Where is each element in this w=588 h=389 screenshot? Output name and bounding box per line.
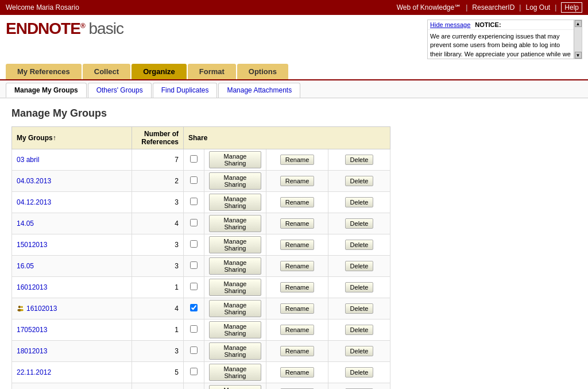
group-name-link[interactable]: 15012013 — [17, 241, 47, 249]
rename-button[interactable]: Rename — [280, 155, 315, 165]
scroll-up-button[interactable]: ▲ — [575, 20, 582, 27]
main-content: Manage My Groups My Groups↑ Number ofRef… — [0, 98, 588, 389]
nav-tab-options[interactable]: Options — [237, 64, 288, 79]
sub-tab-manage-attachments[interactable]: Manage Attachments — [218, 83, 300, 98]
group-share-checkbox-cell[interactable] — [184, 341, 204, 362]
group-share-checkbox-cell[interactable] — [184, 171, 204, 192]
group-share-checkbox-cell[interactable] — [184, 192, 204, 213]
group-share-checkbox[interactable] — [190, 304, 198, 311]
rename-button[interactable]: Rename — [280, 240, 315, 250]
logout-link[interactable]: Log Out — [525, 3, 550, 11]
group-name-link[interactable]: 16102013 — [26, 305, 57, 313]
group-share-checkbox-cell[interactable] — [184, 277, 204, 298]
delete-button[interactable]: Delete — [345, 261, 374, 271]
group-name-link[interactable]: 03 abril — [17, 156, 39, 164]
group-share-checkbox[interactable] — [190, 240, 198, 248]
group-share-checkbox[interactable] — [190, 198, 198, 205]
group-share-checkbox-cell[interactable] — [184, 362, 204, 383]
manage-sharing-button[interactable]: Manage Sharing — [209, 321, 261, 338]
sub-tab-others-groups[interactable]: Others' Groups — [88, 83, 152, 98]
manage-sharing-button[interactable]: Manage Sharing — [209, 257, 261, 275]
group-count-cell: 2 — [132, 383, 184, 390]
group-share-checkbox-cell[interactable] — [184, 256, 204, 277]
nav-tab-organize[interactable]: Organize — [131, 64, 187, 79]
delete-button[interactable]: Delete — [345, 367, 374, 378]
scroll-down-button[interactable]: ▼ — [575, 52, 582, 59]
group-share-checkbox-cell[interactable] — [184, 213, 204, 234]
wok-link[interactable]: Web of Knowledge℠ — [397, 3, 462, 11]
group-share-checkbox[interactable] — [190, 261, 198, 269]
delete-button[interactable]: Delete — [345, 240, 374, 250]
group-name-link[interactable]: 22.11.2012 — [17, 368, 51, 376]
rename-button[interactable]: Rename — [280, 346, 315, 356]
group-name-cell: 15012013 — [12, 234, 132, 256]
manage-sharing-button[interactable]: Manage Sharing — [209, 385, 261, 389]
manage-sharing-cell: Manage Sharing — [204, 234, 266, 256]
nav-tab-collect[interactable]: Collect — [83, 64, 130, 79]
group-name-cell: 16012013 — [12, 277, 132, 298]
manage-sharing-button[interactable]: Manage Sharing — [209, 364, 261, 381]
researcherid-link[interactable]: ResearcherID — [472, 3, 514, 11]
manage-sharing-button[interactable]: Manage Sharing — [209, 342, 261, 360]
delete-button[interactable]: Delete — [345, 155, 374, 165]
rename-button[interactable]: Rename — [280, 325, 315, 335]
delete-button[interactable]: Delete — [345, 325, 374, 335]
manage-sharing-button[interactable]: Manage Sharing — [209, 279, 261, 296]
manage-sharing-button[interactable]: Manage Sharing — [209, 194, 261, 211]
manage-sharing-cell: Manage Sharing — [204, 277, 266, 298]
rename-button[interactable]: Rename — [280, 282, 315, 292]
rename-button[interactable]: Rename — [280, 176, 315, 186]
delete-button[interactable]: Delete — [345, 197, 374, 207]
group-share-checkbox-cell[interactable] — [184, 149, 204, 171]
manage-sharing-cell: Manage Sharing — [204, 383, 266, 390]
sub-tab-find-duplicates[interactable]: Find Duplicates — [153, 83, 218, 98]
nav-tab-my-references[interactable]: My References — [6, 64, 82, 79]
group-share-checkbox[interactable] — [190, 176, 198, 184]
rename-button[interactable]: Rename — [280, 261, 315, 271]
group-share-checkbox[interactable] — [190, 219, 198, 226]
delete-button[interactable]: Delete — [345, 346, 374, 356]
group-share-checkbox-cell[interactable] — [184, 383, 204, 390]
rename-button[interactable]: Rename — [280, 367, 315, 378]
help-link[interactable]: Help — [561, 2, 582, 13]
group-share-checkbox[interactable] — [190, 346, 198, 354]
manage-sharing-button[interactable]: Manage Sharing — [209, 151, 261, 168]
group-share-checkbox-cell[interactable] — [184, 298, 204, 319]
group-name-link[interactable]: 16.05 — [17, 262, 34, 270]
rename-cell: Rename — [266, 341, 328, 362]
manage-sharing-button[interactable]: Manage Sharing — [209, 215, 261, 232]
delete-button[interactable]: Delete — [345, 218, 374, 229]
manage-sharing-button[interactable]: Manage Sharing — [209, 172, 261, 190]
rename-button[interactable]: Rename — [280, 218, 315, 229]
main-nav: My References Collect Organize Format Op… — [0, 64, 588, 80]
sub-nav: Manage My Groups Others' Groups Find Dup… — [0, 80, 588, 98]
notice-scrollbar[interactable]: ▲ ▼ — [574, 20, 582, 59]
group-share-checkbox-cell[interactable] — [184, 319, 204, 341]
group-name-link[interactable]: 16012013 — [17, 283, 47, 291]
rename-button[interactable]: Rename — [280, 197, 315, 207]
group-share-checkbox[interactable] — [190, 368, 198, 375]
delete-button[interactable]: Delete — [345, 282, 374, 292]
nav-tab-format[interactable]: Format — [188, 64, 236, 79]
group-name-cell: 04.12.2013 — [12, 192, 132, 213]
delete-button[interactable]: Delete — [345, 176, 374, 186]
group-name-link[interactable]: 14.05 — [17, 219, 34, 228]
group-count-cell: 3 — [132, 256, 184, 277]
group-share-checkbox[interactable] — [190, 283, 198, 290]
hide-message-link[interactable]: Hide message — [430, 21, 470, 28]
manage-sharing-button[interactable]: Manage Sharing — [209, 236, 261, 253]
group-share-checkbox-cell[interactable] — [184, 234, 204, 256]
rename-button[interactable]: Rename — [280, 303, 315, 314]
logo-brand: ENDNOTE — [6, 20, 80, 37]
group-name-link[interactable]: 18012013 — [17, 347, 47, 355]
group-name-link[interactable]: 04.12.2013 — [17, 198, 51, 206]
manage-sharing-button[interactable]: Manage Sharing — [209, 300, 261, 317]
delete-button[interactable]: Delete — [345, 303, 374, 314]
group-share-checkbox[interactable] — [190, 325, 198, 333]
delete-cell: Delete — [328, 298, 390, 319]
sub-tab-manage-groups[interactable]: Manage My Groups — [6, 83, 87, 98]
group-share-checkbox[interactable] — [190, 155, 198, 163]
group-name-link[interactable]: 17052013 — [17, 326, 47, 334]
group-name-link[interactable]: 04.03.2013 — [17, 177, 51, 185]
col-header-groups[interactable]: My Groups↑ — [12, 127, 132, 149]
